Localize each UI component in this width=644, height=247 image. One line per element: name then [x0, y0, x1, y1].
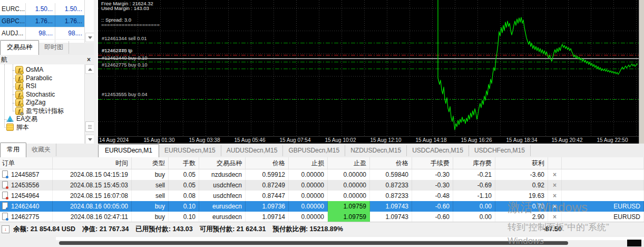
order-row[interactable]: 124627752024.08.16 02:47:11buy0.10eurusd… [0, 212, 644, 222]
navigator-header: 航 × [0, 55, 94, 65]
order-level-label: #12462440 buy 0.10 [102, 55, 148, 61]
chart-tab-usdcadecn-m15[interactable]: USDCADecn,M15 [407, 145, 469, 156]
market-watch-scroll-down-button[interactable] [85, 33, 94, 42]
close-order-icon[interactable]: × [553, 171, 557, 178]
order-id-cell: 12454964 [0, 191, 53, 201]
tab-favorites[interactable]: 收藏夹 [26, 144, 56, 156]
stop-loss-cell: 0.00000 [289, 180, 328, 191]
equity-text: 净值: 21 767.34 [82, 225, 129, 234]
sell-order-icon [2, 192, 8, 199]
order-row[interactable]: 124458572024.08.15 04:15:19buy0.05nzdusd… [0, 169, 644, 180]
orders-table-body: 124458572024.08.15 04:15:19buy0.05nzdusd… [0, 169, 644, 222]
profit-cell: 19.63 [495, 191, 548, 201]
time-cell: 2024.08.16 02:47:11 [53, 212, 132, 222]
lots-cell: 0.05 [169, 169, 199, 180]
navigator-scroll-down-button[interactable] [85, 135, 94, 144]
navigator-tabs: 常用收藏夹 [0, 144, 98, 158]
lots-cell: 0.10 [169, 201, 199, 212]
order-row[interactable]: 124535562024.08.15 15:45:03sell0.05usdch… [0, 180, 644, 191]
nav-item-expert-advisors[interactable]: EA交易 [0, 115, 85, 124]
chart-tab-usdchfecn-m15[interactable]: USDCHFecn,M15 [469, 145, 531, 156]
take-profit-cell: 0.00000 [328, 180, 370, 191]
take-profit-cell: 0.00000 [328, 169, 370, 180]
symbol-cell: GBPC... [0, 15, 26, 27]
header-swap-cell: 库存费 [453, 157, 495, 169]
nav-item-stochastic[interactable]: fStochastic [0, 91, 85, 99]
chart-tab-audusdecn-m15[interactable]: AUDUSDecn,M15 [221, 145, 284, 156]
order-row[interactable]: 124549642024.08.15 16:07:08sell0.08usdch… [0, 191, 644, 201]
symbol-cell: usdchfecn [199, 180, 246, 191]
horizontal-scrollbar-thumb[interactable] [59, 241, 568, 245]
header-lots-cell: 手数 [169, 157, 199, 169]
nav-item-label: ZigZag [26, 99, 45, 107]
bid-cell: 1.76... [26, 15, 55, 27]
used-margin-text: 已用预付款: 143.03 [135, 225, 192, 234]
used-margin-text: Used Margin : 143.03 [101, 6, 160, 11]
bid-cell: 1.50... [26, 3, 55, 15]
nav-item-osma[interactable]: fOsMA [0, 66, 85, 74]
lots-cell: 0.10 [169, 212, 199, 222]
navigator-scroll-up-button[interactable] [85, 64, 94, 74]
header-comment-cell [562, 157, 644, 169]
market-watch-scrollbar[interactable] [84, 0, 94, 43]
nav-item-parabolic[interactable]: fParabolic [0, 74, 85, 83]
close-icon[interactable]: × [87, 55, 91, 64]
symbol-cell: eurusdecn [199, 212, 246, 222]
order-id-cell: 12453556 [0, 180, 53, 191]
swap-cell: 0.00 [453, 212, 495, 222]
symbol-cell: EURC... [0, 3, 26, 15]
commission-cell: -0.60 [412, 212, 453, 222]
order-id-text: 12462440 [11, 203, 39, 210]
time-cell: 2024.08.15 15:45:03 [53, 180, 132, 191]
order-level-label: #12462775 tp [102, 48, 132, 53]
type-cell: buy [132, 201, 169, 212]
stop-loss-cell: 0.00000 [289, 212, 328, 222]
current-price-cell: 0.87233 [370, 180, 412, 191]
expert-advisor-icon [6, 116, 14, 122]
nav-item-scripts[interactable]: 脚本 [0, 124, 85, 132]
market-watch-row-eurc[interactable]: EURC...1.50...1.50..... [0, 3, 85, 15]
free-margin-text: 可用预付款: 21 624.31 [200, 225, 266, 234]
chevron-up-icon [88, 68, 92, 71]
navigator-tree: fOsMAfParabolicfRSIfStochasticfZigZagf盈亏… [0, 64, 94, 144]
navigator-scroll-thumb[interactable] [85, 121, 94, 132]
chart-tab-gbpusdecn-m15[interactable]: GBPUSDecn,M15 [283, 145, 345, 156]
commission-cell: -0.48 [412, 191, 453, 201]
close-order-icon[interactable]: × [553, 213, 557, 221]
open-price-cell: 0.87249 [246, 180, 289, 191]
nav-item-zigzag[interactable]: fZigZag [0, 99, 85, 107]
order-id-cell: 12462440 [0, 201, 53, 212]
ask-cell: 98.... [55, 27, 85, 39]
time-axis-label: 15 Aug 18:34 [506, 137, 538, 143]
current-price-cell: 0.59840 [370, 169, 412, 180]
close-order-icon[interactable]: × [553, 192, 557, 200]
chevron-down-icon [88, 36, 92, 39]
price-chart[interactable]: #12461344 sell 0.01#12462440 tp#12462775… [97, 0, 639, 136]
close-order-icon[interactable]: × [553, 182, 557, 189]
nav-item-profit-loss-stats-indicator[interactable]: f盈亏统计指标 [0, 107, 85, 116]
indicator-icon: f [15, 107, 23, 115]
open-orders-table: 订单时间类型手数交易品种价格止损止盈价格手续费库存费获利 12445857202… [0, 157, 644, 222]
market-watch-row-audj[interactable]: AUDJ...98....98...... [0, 27, 85, 40]
chevron-down-icon [88, 138, 92, 141]
swap-cell: -0.69 [453, 180, 495, 191]
chart-tab-eurusdecn-m15[interactable]: EURUSDecn,M15 [159, 145, 221, 156]
market-watch-row-gbpc[interactable]: GBPC...1.76...1.76..... [0, 15, 85, 27]
tab-tick-chart[interactable]: 即时图 [39, 41, 69, 54]
nav-item-label: Stochastic [26, 91, 55, 99]
chart-tab-nzdusdecn-m15[interactable]: NZDUSDecn,M15 [345, 145, 407, 156]
navigator-scrollbar[interactable] [84, 64, 94, 144]
nav-item-rsi[interactable]: fRSI [0, 82, 85, 91]
tab-market-watch-symbols[interactable]: 交易品种 [0, 40, 39, 55]
trade-summary-icon: ↓ [2, 225, 9, 233]
header-stop-loss-cell: 止损 [289, 157, 328, 169]
close-order-icon[interactable]: × [553, 203, 557, 210]
lots-cell: 0.05 [169, 180, 199, 191]
tab-common[interactable]: 常用 [0, 142, 26, 157]
script-icon [6, 124, 14, 131]
close-cell: × [548, 191, 562, 201]
open-price-cell: 0.59912 [246, 169, 289, 180]
chart-tab-eurusdecn-m1[interactable]: EURUSDecn,M1 [98, 144, 159, 157]
indicator-icon: f [15, 91, 23, 99]
order-row[interactable]: 124624402024.08.16 00:05:00buy0.10eurusd… [0, 201, 644, 212]
